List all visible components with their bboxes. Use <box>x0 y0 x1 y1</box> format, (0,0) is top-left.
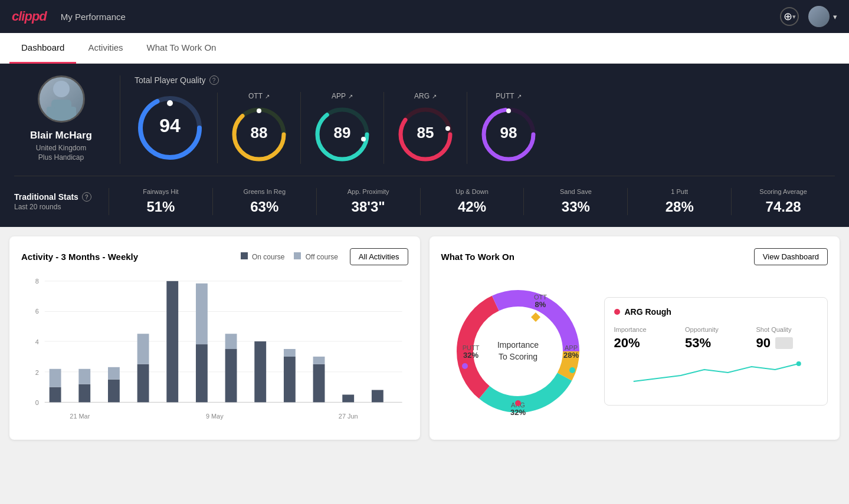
legend-off-course-dot <box>294 252 301 259</box>
svg-point-49 <box>569 367 575 373</box>
svg-text:2: 2 <box>35 369 39 376</box>
header: clippd My Performance ⊕ ▾ ▾ <box>0 0 849 33</box>
gauge-ott-arrow: ↗ <box>265 93 270 100</box>
header-right: ⊕ ▾ ▾ <box>780 6 837 27</box>
player-name: Blair McHarg <box>30 130 92 141</box>
traditional-stats: Traditional Stats ? Last 20 rounds Fairw… <box>14 176 835 215</box>
gauge-putt-svg: 98 <box>479 105 538 164</box>
svg-text:0: 0 <box>35 399 39 406</box>
all-activities-button[interactable]: All Activities <box>350 248 408 265</box>
gauge-ott-label: OTT ↗ <box>248 92 270 100</box>
chevron-down-icon: ▾ <box>792 13 796 21</box>
info-card-title-text: ARG Rough <box>625 307 671 317</box>
stat-app-proximity-value: 38'3" <box>326 199 411 215</box>
stat-app-proximity-label: App. Proximity <box>326 188 411 195</box>
bar-10-off <box>313 357 325 364</box>
info-sparkline <box>614 358 818 393</box>
bar-12-on <box>372 390 383 403</box>
svg-point-52 <box>515 400 521 406</box>
gauge-ott: OTT ↗ 88 <box>218 92 301 164</box>
activity-chart-card: Activity - 3 Months - Weekly On course O… <box>9 236 420 440</box>
user-menu[interactable]: ▾ <box>808 6 837 27</box>
shot-quality-label: Shot Quality <box>756 326 818 333</box>
activity-chart-svg: 8 6 4 2 0 <box>21 275 408 428</box>
bar-2-on <box>78 384 90 403</box>
bar-2-off <box>78 369 90 384</box>
stat-scoring-average-label: Scoring Average <box>741 188 825 195</box>
player-avatar-image <box>41 77 82 121</box>
gauge-app: APP ↗ 89 <box>301 92 384 164</box>
opportunity-value: 53% <box>685 335 747 351</box>
add-button[interactable]: ⊕ ▾ <box>780 7 799 26</box>
svg-point-0 <box>53 81 70 97</box>
bar-4-on <box>137 364 149 403</box>
bar-6-on <box>196 344 208 402</box>
player-handicap: Plus Handicap <box>38 153 84 162</box>
svg-text:9 May: 9 May <box>206 413 224 420</box>
opportunity-label: Opportunity <box>685 326 747 333</box>
stat-up-down-label: Up & Down <box>430 188 514 195</box>
tab-what-to-work-on[interactable]: What To Work On <box>135 33 228 64</box>
stat-scoring-average-value: 74.28 <box>741 199 825 215</box>
stats-top: Blair McHarg United Kingdom Plus Handica… <box>14 75 835 164</box>
logo: clippd <box>12 9 47 24</box>
svg-point-56 <box>796 361 801 366</box>
svg-point-14 <box>361 137 366 141</box>
bar-8-on <box>254 341 266 402</box>
stat-up-and-down: Up & Down 42% <box>420 188 524 215</box>
gauge-arg: ARG ↗ 85 <box>384 92 467 164</box>
importance-value: 20% <box>614 335 676 351</box>
trad-help-icon[interactable]: ? <box>82 192 91 202</box>
stat-fairways-hit-label: Fairways Hit <box>119 188 203 195</box>
info-metric-opportunity: Opportunity 53% <box>685 326 747 351</box>
view-dashboard-button[interactable]: View Dashboard <box>754 248 828 265</box>
donut-svg: Importance To Scoring OTT 8% APP 28% ARG <box>441 275 595 428</box>
stat-fairways-hit: Fairways Hit 51% <box>109 188 212 215</box>
svg-text:28%: 28% <box>563 351 578 360</box>
bar-7-off <box>225 334 237 349</box>
importance-label: Importance <box>614 326 676 333</box>
bar-1-off <box>50 369 61 387</box>
gauge-putt-arrow: ↗ <box>517 93 522 100</box>
player-avatar <box>38 75 85 123</box>
info-metric-importance: Importance 20% <box>614 326 676 351</box>
bar-6-off <box>196 284 208 344</box>
bar-9-on <box>284 357 296 402</box>
svg-text:21 Mar: 21 Mar <box>70 413 90 420</box>
gauges: 94 OTT ↗ 88 <box>135 92 835 164</box>
bar-10-on <box>313 364 325 403</box>
svg-point-6 <box>167 100 173 106</box>
bar-9-off <box>284 349 296 357</box>
chart-title: Activity - 3 Months - Weekly <box>21 252 138 262</box>
gauge-arg-arrow: ↗ <box>432 93 437 100</box>
tab-dashboard[interactable]: Dashboard <box>9 33 76 64</box>
stat-one-putt-value: 28% <box>637 199 722 215</box>
tab-activities[interactable]: Activities <box>76 33 135 64</box>
player-country: United Kingdom <box>36 144 86 152</box>
shot-quality-value: 90 <box>756 335 771 351</box>
bottom-section: Activity - 3 Months - Weekly On course O… <box>0 227 849 449</box>
legend-off-course: Off course <box>294 252 337 261</box>
info-metric-shot-quality: Shot Quality 90 <box>756 326 818 351</box>
bar-5-on <box>166 281 178 403</box>
user-chevron-icon: ▾ <box>833 12 837 21</box>
svg-text:27 Jun: 27 Jun <box>339 413 358 420</box>
stat-one-putt: 1 Putt 28% <box>627 188 731 215</box>
legend-on-course-dot <box>241 252 248 259</box>
donut-chart: Importance To Scoring OTT 8% APP 28% ARG <box>441 275 595 428</box>
svg-point-22 <box>506 108 511 113</box>
chart-area: 8 6 4 2 0 <box>21 275 408 428</box>
main-gauge-svg: 94 <box>135 93 205 163</box>
nav-tabs: Dashboard Activities What To Work On <box>0 33 849 64</box>
bar-7-on <box>225 349 237 402</box>
main-gauge: 94 <box>135 93 218 163</box>
what-to-work-on-card: What To Work On View Dashboard Importanc <box>430 236 840 440</box>
shot-quality-bar <box>775 337 793 349</box>
svg-text:94: 94 <box>159 115 181 136</box>
help-icon[interactable]: ? <box>209 75 219 85</box>
quality-title-text: Total Player Quality <box>135 75 206 85</box>
avatar <box>808 6 830 27</box>
svg-rect-2 <box>47 107 55 121</box>
info-metrics: Importance 20% Opportunity 53% Shot Qual… <box>614 326 818 351</box>
stat-up-down-value: 42% <box>430 199 514 215</box>
